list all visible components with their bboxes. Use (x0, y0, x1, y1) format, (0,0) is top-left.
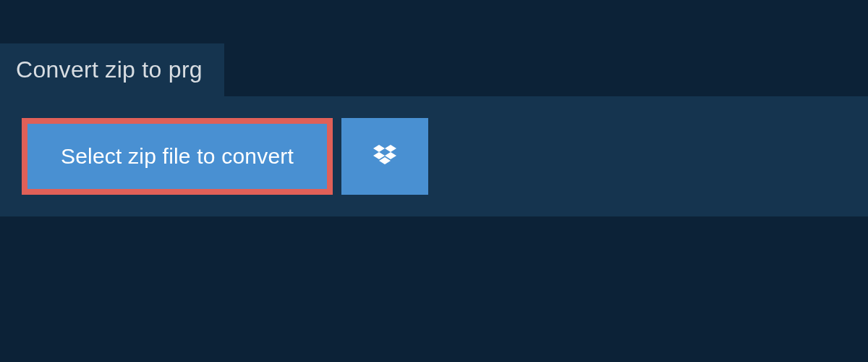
tab-header: Convert zip to prg (0, 43, 224, 96)
svg-marker-1 (385, 145, 396, 152)
page-title: Convert zip to prg (16, 56, 203, 83)
svg-marker-4 (379, 157, 391, 164)
main-panel: Select zip file to convert (0, 96, 868, 216)
svg-marker-0 (373, 145, 385, 152)
select-button-highlight: Select zip file to convert (22, 118, 333, 195)
svg-marker-3 (385, 152, 396, 159)
select-file-button[interactable]: Select zip file to convert (27, 124, 327, 189)
svg-marker-2 (373, 152, 385, 159)
dropbox-icon (370, 142, 399, 171)
button-row: Select zip file to convert (22, 118, 846, 195)
dropbox-button[interactable] (341, 118, 428, 195)
